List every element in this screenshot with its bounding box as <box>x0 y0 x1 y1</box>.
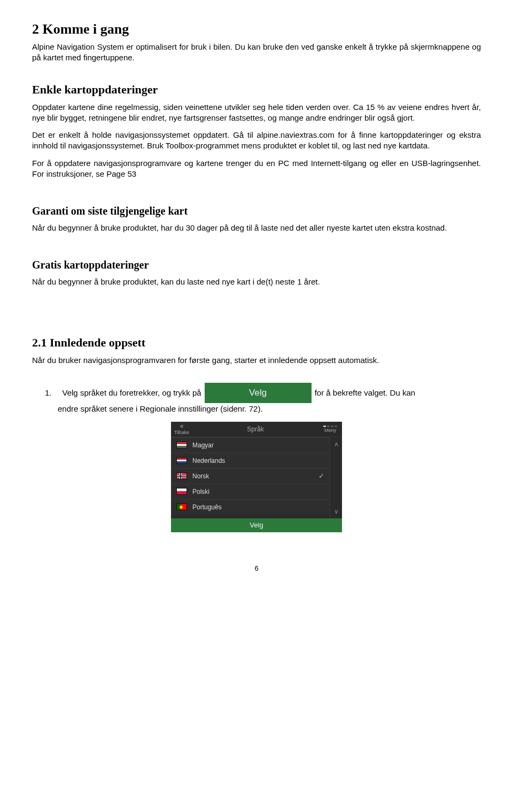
language-label: Magyar <box>192 442 324 449</box>
language-item-portugues[interactable]: Português <box>171 499 330 515</box>
section-heading-innledende: 2.1 Innledende oppsett <box>32 336 481 350</box>
progress-indicator-icon <box>323 425 337 427</box>
velg-button[interactable]: Velg <box>205 383 312 403</box>
language-item-nederlands[interactable]: Nederlands <box>171 453 330 468</box>
language-item-norsk[interactable]: Norsk ✓ <box>171 468 330 484</box>
intro-paragraph: Alpine Navigation System er optimalisert… <box>32 42 481 64</box>
flag-norway-icon <box>176 472 187 479</box>
step-number: 1. <box>45 387 52 398</box>
flag-portugal-icon <box>176 503 187 510</box>
language-item-polski[interactable]: Polski <box>171 484 330 499</box>
step-text-pre: Velg språket du foretrekker, og trykk på <box>63 387 201 398</box>
language-header-title: Språk <box>192 425 318 433</box>
step-1: 1. Velg språket du foretrekker, og trykk… <box>45 383 481 403</box>
flag-hungary-icon <box>176 442 187 448</box>
language-header: « Tilbake Språk Meny <box>171 422 342 437</box>
language-confirm-button[interactable]: Velg <box>171 518 342 532</box>
body-text: Når du begynner å bruke produktet, kan d… <box>32 277 481 287</box>
language-selector-screenshot: « Tilbake Språk Meny Magyar Nederlands N… <box>171 422 342 532</box>
back-label: Tilbake <box>174 430 190 435</box>
section-heading-gratis: Gratis kartoppdateringer <box>32 259 481 271</box>
checkmark-icon: ✓ <box>318 472 324 480</box>
chevron-up-icon: ∧ <box>334 440 339 448</box>
chevron-down-icon: ∨ <box>334 508 339 515</box>
body-text: For å oppdatere navigasjonsprogramvare o… <box>32 158 481 180</box>
chevron-left-icon: « <box>180 423 184 429</box>
flag-netherlands-icon <box>176 457 187 464</box>
page-title: 2 Komme i gang <box>32 21 481 37</box>
flag-poland-icon <box>176 488 187 495</box>
back-button[interactable]: « Tilbake <box>171 423 192 435</box>
step-text-post: for å bekrefte valget. Du kan <box>315 387 415 398</box>
language-label: Polski <box>192 488 324 495</box>
section-heading-garanti: Garanti om siste tilgjengelige kart <box>32 205 481 217</box>
body-text: Når du bruker navigasjonsprogramvaren fo… <box>32 355 481 366</box>
body-text: Det er enkelt å holde navigasjonssysteme… <box>32 130 481 152</box>
scrollbar[interactable]: ∧ ∨ <box>330 437 342 518</box>
page-number: 6 <box>32 564 481 572</box>
body-text: Når du begynner å bruke produktet, har d… <box>32 223 481 233</box>
menu-button[interactable]: Meny <box>318 425 342 433</box>
step-text-tail: endre språket senere i Regionale innstil… <box>58 403 481 414</box>
menu-label: Meny <box>324 428 336 433</box>
language-item-magyar[interactable]: Magyar <box>171 437 330 453</box>
language-label: Português <box>192 503 324 511</box>
language-label: Nederlands <box>192 457 324 464</box>
section-heading-enkle: Enkle kartoppdateringer <box>32 83 481 97</box>
language-label: Norsk <box>192 472 313 480</box>
language-list: Magyar Nederlands Norsk ✓ Polski Portugu… <box>171 437 330 518</box>
body-text: Oppdater kartene dine regelmessig, siden… <box>32 102 481 124</box>
